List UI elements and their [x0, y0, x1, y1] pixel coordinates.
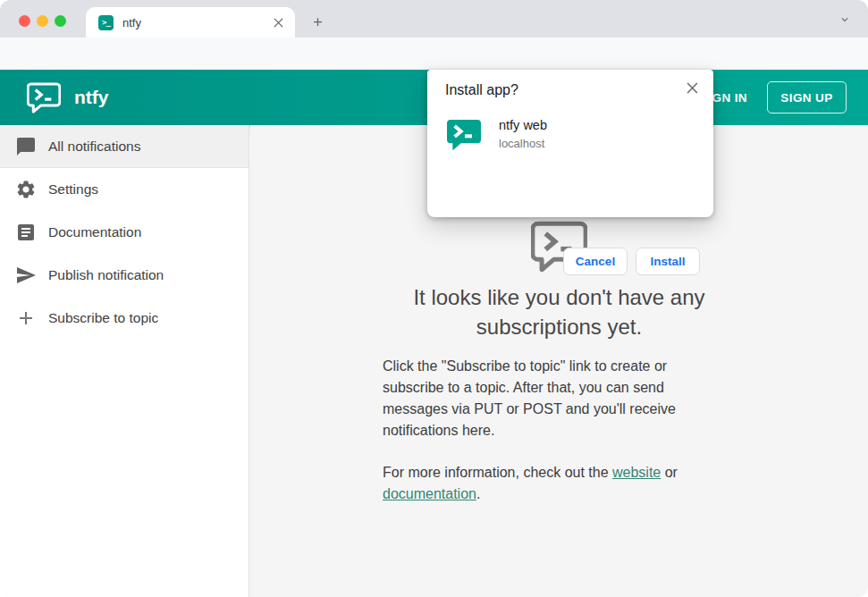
ntfy-favicon-icon: >_	[98, 15, 114, 30]
plus-icon	[15, 307, 37, 329]
empty-state-heading: It looks like you don't have any subscri…	[363, 282, 756, 341]
empty-state-copy: Click the "Subscribe to topic" link to c…	[383, 356, 685, 505]
ntfy-logo-icon	[27, 82, 61, 114]
paragraph-2-middle: or	[661, 465, 678, 480]
article-icon	[15, 222, 37, 243]
app-title: ntfy	[74, 87, 109, 108]
close-window-button[interactable]	[19, 15, 30, 27]
sidebar-nav: All notifications Settings Documentation…	[0, 125, 249, 597]
browser-window: >_ ntfy localhost	[0, 0, 868, 597]
browser-toolbar: localhost	[0, 38, 868, 70]
tab-strip: >_ ntfy	[0, 0, 868, 38]
chat-bubble-icon	[15, 136, 37, 157]
sidebar-item-label: Subscribe to topic	[48, 310, 158, 326]
gear-icon	[15, 179, 37, 200]
sidebar-item-label: Documentation	[48, 224, 141, 240]
browser-tab-ntfy[interactable]: >_ ntfy	[86, 7, 295, 38]
sign-up-button[interactable]: SIGN UP	[767, 81, 847, 114]
tab-title: ntfy	[122, 16, 270, 29]
tab-search-chevron-icon[interactable]	[836, 11, 854, 29]
zoom-window-button[interactable]	[55, 15, 66, 27]
install-app-dialog: Install app? ntfy web localhost Cancel I…	[427, 70, 713, 217]
sidebar-item-label: Settings	[48, 181, 98, 198]
install-dialog-title: Install app?	[445, 82, 518, 98]
install-button[interactable]: Install	[636, 248, 700, 275]
install-app-name: ntfy web	[499, 118, 547, 132]
sidebar-item-label: All notifications	[48, 139, 140, 155]
minimize-window-button[interactable]	[37, 15, 48, 27]
send-icon	[15, 265, 37, 286]
sidebar-item-subscribe-to-topic[interactable]: Subscribe to topic	[0, 297, 249, 340]
cancel-button[interactable]: Cancel	[563, 248, 628, 275]
ntfy-app-icon	[446, 118, 482, 152]
website-link[interactable]: website	[612, 465, 661, 480]
empty-state-paragraph-1: Click the "Subscribe to topic" link to c…	[383, 356, 685, 441]
documentation-link[interactable]: documentation	[383, 486, 476, 501]
paragraph-2-prefix: For more information, check out the	[383, 465, 612, 480]
sidebar-item-publish-notification[interactable]: Publish notification	[0, 254, 249, 297]
sidebar-item-all-notifications[interactable]: All notifications	[0, 125, 249, 168]
sidebar-item-settings[interactable]: Settings	[0, 168, 249, 211]
paragraph-2-suffix: .	[476, 486, 480, 501]
sidebar-item-documentation[interactable]: Documentation	[0, 211, 249, 254]
install-dialog-close-icon[interactable]	[683, 79, 701, 97]
install-app-origin: localhost	[499, 137, 544, 150]
empty-state-paragraph-2: For more information, check out the webs…	[383, 462, 685, 505]
tab-close-icon[interactable]	[270, 14, 286, 30]
new-tab-button[interactable]	[305, 9, 330, 34]
sidebar-item-label: Publish notification	[48, 267, 164, 283]
